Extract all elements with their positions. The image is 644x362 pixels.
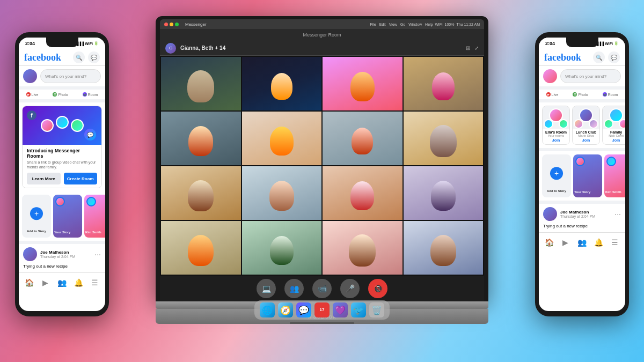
nav-home-left[interactable]: 🏠	[21, 275, 36, 290]
post-bar-right: What's on your mind?	[539, 66, 625, 90]
menu-bar-right: WiFi 100% Thu 11:22 AM	[435, 23, 480, 26]
post-author-avatar-left	[23, 247, 37, 261]
nav-people-left[interactable]: 👥	[54, 275, 69, 290]
user-avatar-left	[23, 69, 37, 83]
search-icon-left[interactable]: 🔍	[73, 51, 85, 63]
rooms-card-title-left: Introducing Messenger Rooms	[27, 148, 97, 159]
minimize-btn[interactable]	[170, 23, 173, 26]
nav-notify-right[interactable]: 🔔	[591, 235, 606, 250]
menu-go[interactable]: Go	[400, 23, 405, 26]
dock-messenger-icon[interactable]: 💬	[296, 302, 311, 317]
messenger-icon-left[interactable]: 💬	[88, 51, 100, 63]
screen-share-btn[interactable]: 💻	[257, 279, 276, 298]
post-more-left[interactable]: ···	[94, 250, 101, 258]
kim-story-right[interactable]: Kim Smith	[604, 154, 625, 197]
video-grid	[160, 56, 484, 276]
rooms-av-2	[56, 116, 69, 129]
post-text-left: Trying out a new recipe	[23, 263, 101, 269]
nav-home-right[interactable]: 🏠	[541, 235, 557, 250]
dock-fbmessenger-icon[interactable]: 💜	[333, 302, 348, 317]
room-dot-left: 📹	[83, 92, 87, 97]
video-cell-5	[161, 112, 241, 165]
your-story-right[interactable]: Your Story	[573, 154, 602, 197]
nav-video-left[interactable]: ▶	[38, 275, 53, 290]
post-actions-right: ▶ Live 🖼 Photo 📹 Room	[539, 90, 625, 102]
dock-safari-icon[interactable]: 🧭	[278, 302, 293, 317]
room-action-right[interactable]: 📹 Room	[601, 91, 620, 98]
dock-trash-icon[interactable]: 🗑️	[369, 302, 384, 317]
add-story-right[interactable]: + Add to Story	[542, 154, 571, 197]
photo-dot-right: 🖼	[573, 92, 577, 97]
nav-menu-right[interactable]: ☰	[608, 235, 623, 250]
dock-calendar-icon[interactable]: 17	[314, 302, 330, 317]
messenger-icon-right[interactable]: 💬	[608, 51, 620, 63]
live-action-right[interactable]: ▶ Live	[544, 91, 561, 98]
video-cell-16	[404, 221, 484, 275]
story-label-1-right: Your Story	[574, 190, 590, 194]
nav-notify-left[interactable]: 🔔	[71, 275, 86, 290]
room-sub-av-2b	[589, 119, 598, 129]
post-input-right[interactable]: What's on your mind?	[560, 69, 621, 83]
room-sub-3: Nick Corni	[603, 134, 625, 137]
post-author-time-right: Thursday at 2:04 PM	[560, 215, 611, 218]
post-author-name-right: Joe Matheson	[560, 210, 611, 215]
grid-icon[interactable]: ⊞	[466, 45, 470, 51]
nav-people-right[interactable]: 👥	[574, 235, 589, 250]
fullscreen-icon[interactable]: ⤢	[474, 45, 479, 51]
video-cell-12	[404, 166, 484, 220]
post-bar-left: What's on your mind?	[19, 66, 105, 90]
phone-screen-right: 2:04 ▐▐▐ WiFi 🔋 facebook 🔍 💬 What's on y…	[539, 38, 625, 311]
rooms-card-desc-left: Share a link to group video chat with yo…	[27, 160, 97, 169]
your-story-left[interactable]: Your Story	[53, 195, 82, 238]
learn-more-btn-left[interactable]: Learn More	[27, 173, 61, 184]
room-join-2[interactable]: Join	[573, 138, 599, 142]
video-btn[interactable]: 📹	[312, 279, 332, 298]
menu-view[interactable]: View	[389, 23, 397, 26]
window-title-text: Messenger Room	[303, 32, 341, 38]
add-story-label-left: Add to Story	[27, 230, 46, 233]
room-icons: ⊞ ⤢	[466, 45, 479, 51]
mute-btn[interactable]: 🎤	[340, 279, 360, 298]
video-cell-10	[242, 166, 322, 220]
photo-dot-left: 🖼	[53, 92, 57, 97]
kim-story-left[interactable]: Kim Smith	[84, 195, 105, 238]
end-call-btn[interactable]: 📵	[368, 279, 387, 298]
rooms-row-right: Ella's Room Your rooms Join Lunch Club M…	[539, 102, 625, 151]
nav-video-right[interactable]: ▶	[558, 235, 573, 250]
phone-time-left: 2:04	[25, 41, 35, 46]
add-story-left[interactable]: + Add to Story	[22, 195, 51, 238]
story-avatar-1-left	[55, 197, 65, 206]
user-avatar-right	[543, 69, 557, 83]
room-title-bar: G Gianna, Beth + 14 ⊞ ⤢	[160, 41, 484, 56]
phone-screen-left: 2:04 ▐▐▐ WiFi 🔋 facebook 🔍 💬 What's on y…	[19, 38, 105, 311]
room-sub-2: Marie Silva	[573, 134, 599, 137]
room-name-1: Ella's Room	[543, 130, 569, 134]
stories-row-left: + Add to Story Your Story Kim Smith Joel…	[19, 191, 105, 244]
participants-btn[interactable]: 👥	[284, 279, 304, 298]
post-input-left[interactable]: What's on your mind?	[40, 69, 101, 83]
room-join-1[interactable]: Join	[543, 138, 569, 142]
maximize-btn[interactable]	[175, 23, 179, 26]
room-action-left[interactable]: 📹 Room	[80, 91, 100, 98]
menu-edit[interactable]: Edit	[379, 23, 386, 26]
live-action-left[interactable]: ▶ Live	[24, 91, 41, 98]
close-btn[interactable]	[164, 23, 168, 26]
create-room-btn-left[interactable]: Create Room	[64, 173, 98, 184]
traffic-lights	[164, 23, 179, 26]
menu-window[interactable]: Window	[408, 23, 422, 26]
menu-help[interactable]: Help	[425, 23, 433, 26]
rooms-avatars-left	[41, 119, 84, 132]
story-label-1-left: Your Story	[54, 231, 70, 234]
post-more-right[interactable]: ···	[614, 210, 621, 218]
nav-menu-left[interactable]: ☰	[87, 275, 103, 290]
room-join-3[interactable]: Join	[603, 138, 625, 142]
dock-bird-icon[interactable]: 🐦	[351, 302, 366, 317]
fb-logo-right: facebook	[544, 52, 593, 63]
dock-finder-icon[interactable]: 🌐	[260, 302, 275, 317]
photo-action-left[interactable]: 🖼 Photo	[50, 91, 70, 98]
room-name-3: Family	[603, 130, 625, 134]
photo-action-right[interactable]: 🖼 Photo	[570, 91, 590, 98]
room-label-right: Room	[608, 93, 618, 97]
search-icon-right[interactable]: 🔍	[593, 51, 605, 63]
menu-file[interactable]: File	[370, 23, 376, 26]
